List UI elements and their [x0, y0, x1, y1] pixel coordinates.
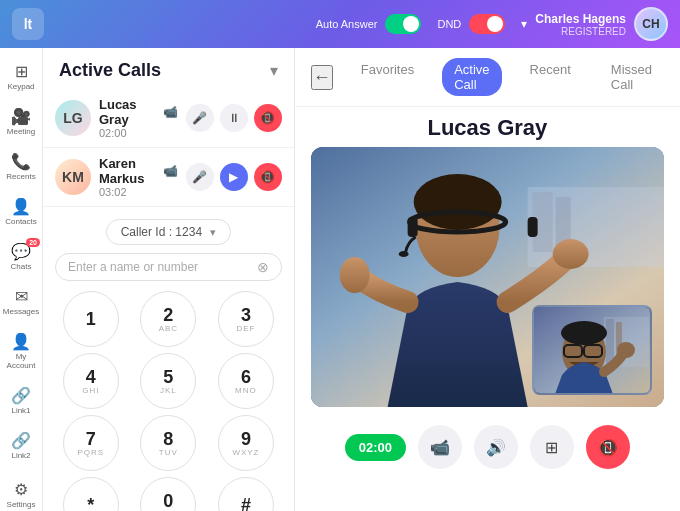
sidebar-label-messages: Messages	[3, 307, 39, 316]
chevron-down-icon: ▾	[521, 17, 527, 31]
video-indicator: 📹	[163, 105, 178, 119]
user-name: Charles Hagens	[535, 12, 626, 26]
key-0[interactable]: 0+	[140, 477, 196, 511]
link2-icon: 🔗	[11, 431, 31, 450]
dialpad-icon: ⊞	[545, 438, 558, 457]
call-item-lucas: LG Lucas Gray 📹 02:00 🎤 ⏸ 📵	[43, 89, 294, 148]
main-layout: ⊞ Keypad 🎥 Meeting 📞 Recents 👤 Contacts …	[0, 48, 680, 511]
sidebar-item-messages[interactable]: ✉ Messages	[0, 281, 42, 322]
camera-icon: 📹	[430, 438, 450, 457]
user-profile[interactable]: ▾ Charles Hagens REGISTERED CH	[521, 7, 668, 41]
svg-rect-14	[606, 319, 614, 364]
sidebar-label-account: My Account	[4, 352, 38, 370]
call-info-karen: Karen Markus 📹 03:02	[99, 156, 178, 198]
right-nav: ← Favorites Active Call Recent Missed Ca…	[295, 48, 680, 107]
sidebar-item-chats[interactable]: 💬 Chats 20	[0, 236, 42, 277]
chats-badge: 20	[26, 238, 40, 247]
app-logo: lt	[12, 8, 44, 40]
clear-icon[interactable]: ⊗	[257, 259, 269, 275]
end-call-main-button[interactable]: 📵	[586, 425, 630, 469]
key-5[interactable]: 5JKL	[140, 353, 196, 409]
sidebar-item-myaccount[interactable]: 👤 My Account	[0, 326, 42, 376]
auto-answer-toggle[interactable]	[385, 14, 421, 34]
header-right: Auto Answer DND ▾ Charles Hagens REGISTE…	[316, 7, 668, 41]
key-6[interactable]: 6MNO	[218, 353, 274, 409]
account-icon: 👤	[11, 332, 31, 351]
call-name-lucas: Lucas Gray 📹	[99, 97, 178, 127]
collapse-icon[interactable]: ▾	[270, 61, 278, 80]
svg-rect-8	[527, 217, 537, 237]
sidebar-item-recents[interactable]: 📞 Recents	[0, 146, 42, 187]
sidebar-item-meeting[interactable]: 🎥 Meeting	[0, 101, 42, 142]
search-input-row: Enter a name or number ⊗	[55, 253, 282, 281]
sidebar-label-settings: Settings	[7, 500, 36, 509]
mute-button[interactable]: 🎤	[186, 104, 214, 132]
call-time-karen: 03:02	[99, 186, 178, 198]
sidebar-item-link2[interactable]: 🔗 Link2	[0, 425, 42, 466]
call-actions-lucas: 🎤 ⏸ 📵	[186, 104, 282, 132]
sidebar-label-recents: Recents	[6, 172, 35, 181]
toggle-thumb	[487, 16, 503, 32]
video-indicator-2: 📹	[163, 164, 178, 178]
tab-recent[interactable]: Recent	[518, 58, 583, 96]
back-button[interactable]: ←	[311, 65, 333, 90]
user-avatar: CH	[634, 7, 668, 41]
sidebar-item-settings[interactable]: ⚙ Settings	[0, 474, 42, 511]
recents-icon: 📞	[11, 152, 31, 171]
call-info-lucas: Lucas Gray 📹 02:00	[99, 97, 178, 139]
call-time-lucas: 02:00	[99, 127, 178, 139]
tab-missed-call[interactable]: Missed Call	[599, 58, 664, 96]
end-call-button[interactable]: 📵	[254, 104, 282, 132]
search-placeholder: Enter a name or number	[68, 260, 251, 274]
key-2[interactable]: 2ABC	[140, 291, 196, 347]
volume-button[interactable]: 🔊	[474, 425, 518, 469]
end-call-icon: 📵	[598, 438, 618, 457]
dnd-toggle[interactable]	[469, 14, 505, 34]
call-name-karen: Karen Markus 📹	[99, 156, 178, 186]
tab-active-call[interactable]: Active Call	[442, 58, 501, 96]
user-info: Charles Hagens REGISTERED	[535, 12, 626, 37]
pip-video: You	[532, 305, 652, 395]
messages-icon: ✉	[15, 287, 28, 306]
contacts-icon: 👤	[11, 197, 31, 216]
key-4[interactable]: 4GHI	[63, 353, 119, 409]
mute-button-2[interactable]: 🎤	[186, 163, 214, 191]
keypad-toggle-button[interactable]: ⊞	[530, 425, 574, 469]
call-timer: 02:00	[345, 434, 406, 461]
left-panel: Active Calls ▾ LG Lucas Gray 📹 02:00 🎤 ⏸…	[43, 48, 295, 511]
key-1[interactable]: 1	[63, 291, 119, 347]
svg-point-20	[561, 321, 607, 345]
user-status: REGISTERED	[535, 26, 626, 37]
caller-id-text: Caller Id : 1234	[121, 225, 202, 239]
key-3[interactable]: 3DEF	[218, 291, 274, 347]
video-container: You	[311, 147, 664, 407]
sidebar-item-link1[interactable]: 🔗 Link1	[0, 380, 42, 421]
sidebar-label-link1: Link1	[11, 406, 30, 415]
dnd-label: DND	[437, 18, 461, 30]
key-hash[interactable]: #	[218, 477, 274, 511]
avatar-karen: KM	[55, 159, 91, 195]
video-toggle-button[interactable]: 📹	[418, 425, 462, 469]
tab-favorites[interactable]: Favorites	[349, 58, 426, 96]
key-8[interactable]: 8TUV	[140, 415, 196, 471]
call-item-karen: KM Karen Markus 📹 03:02 🎤 ▶ 📵	[43, 148, 294, 207]
panel-title: Active Calls	[59, 60, 161, 81]
sidebar-label-meeting: Meeting	[7, 127, 35, 136]
sidebar-label-contacts: Contacts	[5, 217, 37, 226]
sidebar-label-keypad: Keypad	[7, 82, 34, 91]
sidebar-label-chats: Chats	[11, 262, 32, 271]
meeting-icon: 🎥	[11, 107, 31, 126]
end-call-button-2[interactable]: 📵	[254, 163, 282, 191]
key-7[interactable]: 7PQRS	[63, 415, 119, 471]
keypad-icon: ⊞	[15, 62, 28, 81]
pause-button[interactable]: ⏸	[220, 104, 248, 132]
sidebar-item-keypad[interactable]: ⊞ Keypad	[0, 56, 42, 97]
sidebar-item-contacts[interactable]: 👤 Contacts	[0, 191, 42, 232]
caller-id-selector[interactable]: Caller Id : 1234 ▾	[106, 219, 231, 245]
caller-name: Lucas Gray	[295, 107, 680, 147]
key-9[interactable]: 9WXYZ	[218, 415, 274, 471]
resume-button[interactable]: ▶	[220, 163, 248, 191]
key-star[interactable]: *	[63, 477, 119, 511]
sidebar-label-link2: Link2	[11, 451, 30, 460]
svg-point-9	[398, 251, 408, 257]
